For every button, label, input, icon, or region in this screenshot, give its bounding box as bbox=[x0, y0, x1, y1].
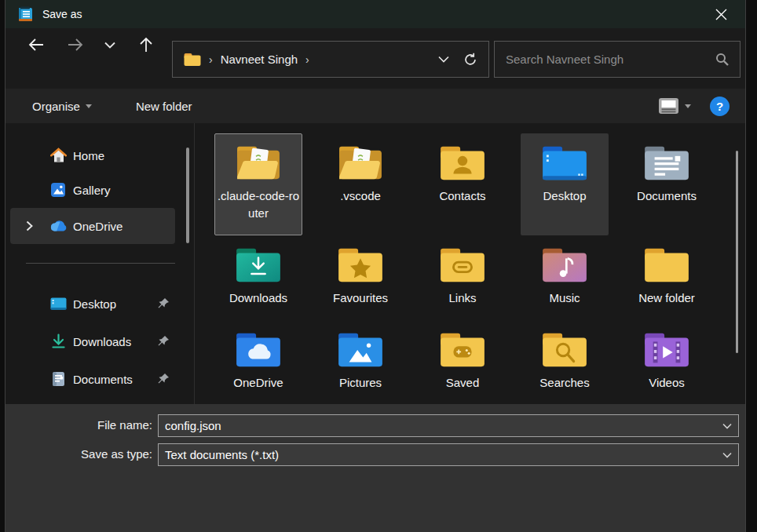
gallery-icon bbox=[49, 181, 67, 199]
toolbar-right-group: ? bbox=[650, 93, 730, 118]
arrow-left-icon bbox=[27, 38, 45, 52]
navigation-bar: › Navneet Singh › bbox=[5, 28, 745, 89]
chevron-down-icon bbox=[716, 452, 738, 458]
folder-dotfile-icon bbox=[336, 144, 385, 183]
file-name-label: OneDrive bbox=[217, 374, 300, 392]
breadcrumb-separator: › bbox=[209, 53, 213, 66]
up-button[interactable] bbox=[133, 31, 159, 58]
breadcrumb-separator: › bbox=[305, 53, 309, 66]
folder-icon bbox=[184, 53, 201, 67]
file-name-combobox bbox=[158, 414, 739, 437]
file-name-label: Favourites bbox=[319, 290, 402, 307]
sidebar-item-documents[interactable]: Documents bbox=[10, 363, 175, 395]
file-name-label: Contacts bbox=[421, 188, 504, 205]
file-name-label: Downloads bbox=[217, 290, 300, 307]
save-type-dropdown[interactable]: Text documents (*.txt) bbox=[158, 443, 739, 466]
organise-button[interactable]: Organise bbox=[24, 93, 100, 118]
organise-label: Organise bbox=[32, 100, 80, 113]
sidebar-item-label: Home bbox=[73, 149, 170, 162]
view-options-icon bbox=[658, 97, 679, 115]
change-view-button[interactable] bbox=[650, 93, 699, 118]
help-button[interactable]: ? bbox=[710, 97, 730, 116]
file-tile[interactable]: Pictures bbox=[316, 326, 404, 402]
title-bar: Save as bbox=[5, 0, 745, 28]
breadcrumb-current[interactable]: Navneet Singh bbox=[221, 53, 298, 66]
file-name-field-label: File name: bbox=[5, 414, 152, 436]
file-tile[interactable]: Music bbox=[521, 242, 609, 317]
sidebar-item-gallery[interactable]: Gallery bbox=[10, 174, 175, 206]
refresh-icon bbox=[463, 53, 477, 67]
file-tile[interactable]: Documents bbox=[623, 133, 711, 235]
sidebar-scrollbar[interactable] bbox=[186, 148, 189, 243]
chevron-right-icon[interactable] bbox=[26, 220, 49, 231]
refresh-button[interactable] bbox=[457, 46, 484, 73]
desktop-icon bbox=[49, 295, 67, 312]
downloads-icon bbox=[49, 333, 67, 350]
home-icon bbox=[49, 147, 67, 164]
window-title: Save as bbox=[42, 8, 82, 20]
pin-icon bbox=[158, 297, 170, 310]
folder-pictures-icon bbox=[336, 330, 385, 370]
file-tile[interactable]: .claude-code-router bbox=[214, 133, 302, 235]
sidebar-item-desktop[interactable]: Desktop bbox=[10, 288, 175, 319]
help-question-glyph: ? bbox=[716, 100, 723, 113]
onedrive-icon bbox=[49, 217, 67, 235]
file-list-pane: .claude-code-router .vscode bbox=[197, 123, 747, 404]
file-tile[interactable]: Saved bbox=[419, 326, 506, 402]
new-folder-label: New folder bbox=[136, 100, 192, 113]
search-icon bbox=[715, 53, 729, 66]
save-type-value: Text documents (*.txt) bbox=[159, 448, 716, 461]
sidebar-item-onedrive[interactable]: OneDrive bbox=[10, 208, 175, 244]
back-button[interactable] bbox=[23, 31, 49, 58]
new-folder-button[interactable]: New folder bbox=[128, 93, 200, 118]
folder-dotfile-icon bbox=[234, 144, 283, 183]
file-tile[interactable]: Desktop bbox=[521, 133, 609, 235]
sidebar-item-label: Gallery bbox=[73, 184, 170, 197]
sidebar-item-label: OneDrive bbox=[73, 220, 170, 233]
forward-button[interactable] bbox=[62, 31, 89, 58]
file-tile[interactable]: Downloads bbox=[214, 242, 302, 317]
file-tile[interactable]: Videos bbox=[623, 326, 711, 402]
folder-desktop-icon bbox=[540, 144, 589, 183]
sidebar-item-label: Desktop bbox=[73, 297, 158, 311]
file-name-label: Videos bbox=[625, 374, 708, 392]
arrow-up-icon bbox=[139, 36, 153, 53]
sidebar-item-label: Documents bbox=[73, 373, 158, 386]
search-input[interactable] bbox=[495, 53, 715, 66]
file-name-input[interactable] bbox=[159, 419, 716, 432]
save-type-field-label: Save as type: bbox=[5, 443, 152, 465]
pin-icon bbox=[158, 335, 170, 348]
sidebar-item-downloads[interactable]: Downloads bbox=[10, 326, 175, 357]
recent-locations-button[interactable] bbox=[97, 31, 123, 58]
sidebar-item-home[interactable]: Home bbox=[10, 140, 175, 171]
close-button[interactable] bbox=[708, 3, 734, 25]
caret-down-icon bbox=[685, 104, 691, 108]
file-list-scrollbar[interactable] bbox=[736, 151, 738, 353]
file-tile[interactable]: Searches bbox=[521, 326, 609, 402]
save-as-dialog: Save as bbox=[5, 0, 746, 532]
address-bar[interactable]: › Navneet Singh › bbox=[172, 41, 489, 78]
file-tile[interactable]: OneDrive bbox=[214, 326, 302, 402]
file-tile[interactable]: Links bbox=[419, 242, 506, 317]
address-dropdown-button[interactable] bbox=[430, 46, 457, 73]
folder-contacts-icon bbox=[438, 144, 487, 183]
folder-downloads-icon bbox=[234, 246, 283, 285]
chevron-down-icon[interactable] bbox=[716, 423, 738, 429]
file-tile[interactable]: New folder bbox=[623, 242, 711, 317]
chevron-down-icon bbox=[438, 56, 449, 63]
file-name-label: Music bbox=[523, 290, 606, 307]
file-tile[interactable]: Favourites bbox=[316, 242, 404, 317]
folder-videos-icon bbox=[642, 330, 691, 370]
file-name-label: Documents bbox=[625, 188, 708, 205]
folder-documents-icon bbox=[642, 144, 691, 183]
file-name-label: Saved bbox=[421, 374, 504, 392]
navigation-sidebar: Home Gallery bbox=[7, 123, 194, 404]
pane-divider bbox=[194, 123, 195, 404]
save-options-panel: File name: Save as type: Text documents … bbox=[5, 404, 745, 532]
file-name-label: .claude-code-router bbox=[217, 188, 300, 222]
documents-icon bbox=[49, 370, 67, 388]
folder-favourites-icon bbox=[336, 246, 385, 285]
file-tile[interactable]: .vscode bbox=[316, 133, 404, 235]
folder-onedrive-icon bbox=[234, 330, 283, 370]
file-tile[interactable]: Contacts bbox=[419, 133, 506, 235]
